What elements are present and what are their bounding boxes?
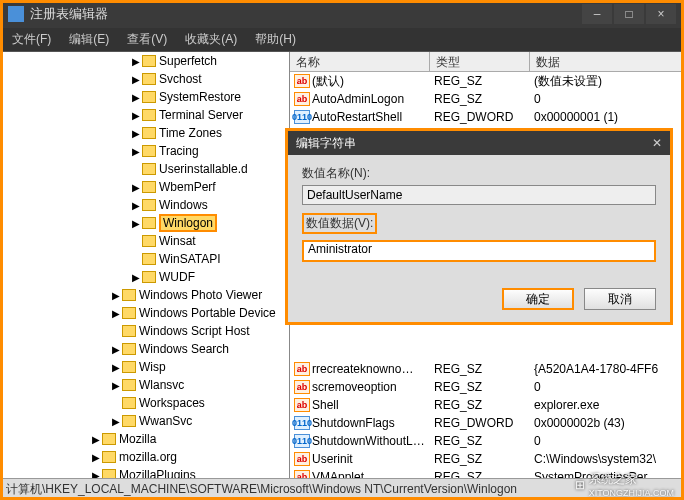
close-button[interactable]: × — [646, 4, 676, 24]
menu-view[interactable]: 查看(V) — [119, 29, 175, 50]
tree-node[interactable]: ▶Terminal Server — [0, 106, 289, 124]
tree-node[interactable]: ▶SystemRestore — [0, 88, 289, 106]
tree-node[interactable]: ▶Windows Photo Viewer — [0, 286, 289, 304]
tree-node[interactable]: Winsat — [0, 232, 289, 250]
tree-node[interactable]: ▶Wisp — [0, 358, 289, 376]
tree-toggle-icon[interactable]: ▶ — [130, 92, 142, 103]
tree-node[interactable]: Workspaces — [0, 394, 289, 412]
tree-toggle-icon[interactable]: ▶ — [90, 470, 102, 479]
list-row[interactable]: abrrecreateknowno…REG_SZ{A520A1A4-1780-4… — [290, 360, 684, 378]
dialog-close-icon[interactable]: ✕ — [652, 136, 662, 150]
tree-toggle-icon[interactable]: ▶ — [130, 200, 142, 211]
tree-toggle-icon[interactable]: ▶ — [90, 452, 102, 463]
cell-type: REG_SZ — [434, 398, 534, 412]
tree-toggle-icon[interactable]: ▶ — [130, 272, 142, 283]
tree-label: Tracing — [159, 144, 199, 158]
menu-file[interactable]: 文件(F) — [4, 29, 59, 50]
tree-label: Windows Portable Device — [139, 306, 276, 320]
tree-node[interactable]: ▶Time Zones — [0, 124, 289, 142]
folder-icon — [122, 289, 136, 301]
tree-label: Windows Photo Viewer — [139, 288, 262, 302]
list-row[interactable]: abUserinitREG_SZC:\Windows\system32\ — [290, 450, 684, 468]
tree-node[interactable]: Windows Script Host — [0, 322, 289, 340]
tree-toggle-icon[interactable]: ▶ — [110, 362, 122, 373]
tree-node[interactable]: ▶Svchost — [0, 70, 289, 88]
tree-node[interactable]: ▶Windows — [0, 196, 289, 214]
minimize-button[interactable]: – — [582, 4, 612, 24]
binary-icon: 0110 — [294, 416, 310, 430]
tree-node[interactable]: ▶WwanSvc — [0, 412, 289, 430]
value-name-label: 数值名称(N): — [302, 165, 656, 182]
tree-toggle-icon[interactable]: ▶ — [110, 416, 122, 427]
tree-node[interactable]: ▶Wlansvc — [0, 376, 289, 394]
folder-icon — [142, 73, 156, 85]
tree-toggle-icon[interactable]: ▶ — [130, 218, 142, 229]
value-data-input[interactable]: Aministrator — [302, 240, 656, 262]
cell-name: ShutdownFlags — [312, 416, 434, 430]
tree-node[interactable]: ▶MozillaPlugins — [0, 466, 289, 478]
tree-node[interactable]: ▶WUDF — [0, 268, 289, 286]
registry-tree[interactable]: ▶Superfetch▶Svchost▶SystemRestore▶Termin… — [0, 52, 290, 478]
list-row[interactable]: 0110AutoRestartShellREG_DWORD0x00000001 … — [290, 108, 684, 126]
dialog-title: 编辑字符串 — [296, 135, 356, 152]
tree-node[interactable]: ▶Windows Search — [0, 340, 289, 358]
tree-toggle-icon[interactable]: ▶ — [130, 182, 142, 193]
tree-node[interactable]: ▶Mozilla — [0, 430, 289, 448]
folder-icon — [122, 397, 136, 409]
folder-icon — [122, 361, 136, 373]
cancel-button[interactable]: 取消 — [584, 288, 656, 310]
value-name-input[interactable] — [302, 185, 656, 205]
tree-toggle-icon[interactable]: ▶ — [110, 344, 122, 355]
tree-label: WUDF — [159, 270, 195, 284]
tree-toggle-icon[interactable]: ▶ — [110, 290, 122, 301]
folder-icon — [122, 307, 136, 319]
folder-icon — [142, 271, 156, 283]
header-type[interactable]: 类型 — [430, 52, 530, 71]
tree-label: Terminal Server — [159, 108, 243, 122]
menu-favorites[interactable]: 收藏夹(A) — [177, 29, 245, 50]
cell-name: Userinit — [312, 452, 434, 466]
string-icon: ab — [294, 74, 310, 88]
list-row[interactable]: ab(默认)REG_SZ(数值未设置) — [290, 72, 684, 90]
tree-toggle-icon[interactable]: ▶ — [110, 380, 122, 391]
list-row[interactable]: 0110ShutdownFlagsREG_DWORD0x0000002b (43… — [290, 414, 684, 432]
tree-toggle-icon[interactable]: ▶ — [130, 128, 142, 139]
tree-node[interactable]: ▶Winlogon — [0, 214, 289, 232]
tree-label: Winsat — [159, 234, 196, 248]
folder-icon — [142, 127, 156, 139]
tree-node[interactable]: Userinstallable.d — [0, 160, 289, 178]
ok-button[interactable]: 确定 — [502, 288, 574, 310]
tree-node[interactable]: ▶WbemPerf — [0, 178, 289, 196]
tree-node[interactable]: ▶mozilla.org — [0, 448, 289, 466]
cell-data: (数值未设置) — [534, 73, 684, 90]
list-row[interactable]: abAutoAdminLogonREG_SZ0 — [290, 90, 684, 108]
menu-help[interactable]: 帮助(H) — [247, 29, 304, 50]
cell-type: REG_DWORD — [434, 110, 534, 124]
tree-toggle-icon[interactable]: ▶ — [130, 146, 142, 157]
tree-toggle-icon[interactable]: ▶ — [130, 56, 142, 67]
cell-data: 0 — [534, 380, 684, 394]
folder-icon — [102, 469, 116, 478]
tree-node[interactable]: WinSATAPI — [0, 250, 289, 268]
maximize-button[interactable]: □ — [614, 4, 644, 24]
list-row[interactable]: abscremoveoptionREG_SZ0 — [290, 378, 684, 396]
list-row[interactable]: 0110ShutdownWithoutL…REG_SZ0 — [290, 432, 684, 450]
cell-data: C:\Windows\system32\ — [534, 452, 684, 466]
tree-node[interactable]: ▶Superfetch — [0, 52, 289, 70]
folder-icon — [142, 163, 156, 175]
header-name[interactable]: 名称 — [290, 52, 430, 71]
tree-toggle-icon[interactable]: ▶ — [110, 308, 122, 319]
menu-edit[interactable]: 编辑(E) — [61, 29, 117, 50]
list-row[interactable]: abShellREG_SZexplorer.exe — [290, 396, 684, 414]
folder-icon — [122, 415, 136, 427]
tree-node[interactable]: ▶Windows Portable Device — [0, 304, 289, 322]
folder-icon — [122, 379, 136, 391]
tree-label: Superfetch — [159, 54, 217, 68]
header-data[interactable]: 数据 — [530, 52, 684, 71]
tree-label: SystemRestore — [159, 90, 241, 104]
tree-toggle-icon[interactable]: ▶ — [130, 110, 142, 121]
tree-node[interactable]: ▶Tracing — [0, 142, 289, 160]
tree-toggle-icon[interactable]: ▶ — [130, 74, 142, 85]
tree-label: Userinstallable.d — [159, 162, 248, 176]
tree-toggle-icon[interactable]: ▶ — [90, 434, 102, 445]
